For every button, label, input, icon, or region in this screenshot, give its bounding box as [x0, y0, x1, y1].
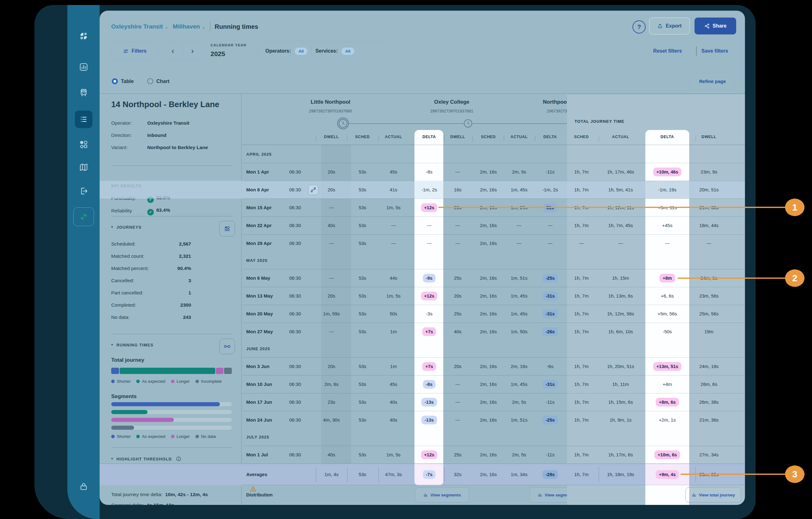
table-row[interactable]: Mon 22 Apr06:3040s53s---------2m, 16s---…	[99, 217, 745, 234]
table-row[interactable]: Mon 1 Apr06:3020s53s45s-8s---2m, 16s2m, …	[99, 163, 745, 181]
filters-links-divider	[696, 46, 697, 56]
table-row[interactable]: Mon 10 Jun06:302m, 6s53s45s-8s---2m, 16s…	[99, 375, 745, 393]
sidebar-item-logout[interactable]	[79, 186, 88, 196]
row-time: 06:30	[280, 411, 311, 429]
delta-chip-steel: -29s	[542, 470, 558, 479]
delta-chip-pink: +12s	[421, 203, 438, 212]
main-content: Oxleyshire Transit⌄ Millhaven⌄ Running t…	[99, 11, 745, 505]
column-header-dwell[interactable]: DWELL	[689, 135, 729, 139]
table-cell: 1h, 7m	[559, 323, 603, 341]
breadcrumb-operator[interactable]: Oxleyshire Transit⌄	[111, 23, 168, 30]
prev-period-button[interactable]: ‹	[163, 42, 183, 60]
calendar-year-label: CALENDAR YEAR	[210, 43, 246, 47]
table-cell: +4m	[645, 375, 689, 393]
table-row[interactable]: Mon 8 Apr06:3020s53s41s-1m, 2s16s2m, 16s…	[99, 181, 745, 199]
table-row[interactable]: Mon 20 May06:301m, 59s53s50s-3s25s2m, 16…	[99, 305, 745, 323]
column-header-delta[interactable]: DELTA	[647, 135, 688, 139]
header-tick	[472, 135, 473, 141]
delta-chip-pink: +9m, 4s	[656, 470, 679, 479]
legend-item: As expected	[136, 434, 165, 439]
breadcrumb-area[interactable]: Millhaven⌄	[173, 23, 205, 30]
row-time: 06:30	[280, 446, 311, 464]
table-cell: 1h, 17m, 6s	[599, 446, 642, 464]
sidebar-app-shortcut[interactable]	[73, 207, 94, 226]
table-cell: 20m, 51s	[687, 181, 731, 199]
segments-link-button[interactable]	[219, 339, 235, 354]
table-cell: ---	[687, 234, 731, 252]
stop-name-1: Little Northpool	[280, 99, 381, 105]
sidebar-item-running-times-active[interactable]	[75, 111, 92, 128]
delta-chip-pink: +10m, 6s	[655, 451, 680, 459]
header-tick	[695, 135, 696, 141]
help-button[interactable]: ?	[633, 20, 646, 33]
route-timeline	[348, 123, 567, 124]
column-header-actual[interactable]: ACTUAL	[373, 135, 414, 139]
table-row[interactable]: Mon 13 May06:3020s53s1m, 5s+12s20s2m, 16…	[99, 287, 745, 305]
column-header-sched[interactable]: SCHED	[561, 135, 602, 139]
save-filters-link[interactable]: Save filters	[701, 48, 728, 54]
calendar-year-value[interactable]: 2025	[210, 50, 225, 58]
radio-table[interactable]: Table	[112, 78, 134, 84]
table-section-label: JULY 2025	[246, 429, 269, 446]
row-date: Mon 3 Jun	[246, 357, 269, 375]
row-time: 06:30	[280, 217, 311, 234]
delta-chip-peri: -13s	[422, 416, 437, 425]
export-button[interactable]: Export	[649, 18, 690, 34]
row-date: Mon 8 Apr	[246, 181, 269, 199]
row-date: Mon 13 May	[246, 287, 273, 305]
header-tick	[316, 135, 316, 141]
operators-services-filter[interactable]: Operators: All Services: All	[258, 41, 389, 61]
view-button[interactable]: View segments	[529, 487, 567, 502]
table-row[interactable]: Mon 6 May06:30---53s44s-9s25s2m, 16s1m, …	[99, 269, 745, 287]
row-date: Mon 17 Jun	[246, 393, 272, 411]
screenshot-canvas: Oxleyshire Transit⌄ Millhaven⌄ Running t…	[0, 0, 812, 519]
total-journey-time-label: TOTAL JOURNEY TIME	[575, 119, 625, 124]
share-button[interactable]: Share	[695, 18, 736, 34]
table-row[interactable]: Mon 3 Jun06:3020s53s1m+7s20s2m, 16s2m, 1…	[99, 357, 745, 375]
table-cell: +8m, 6s	[645, 393, 689, 411]
radio-chart[interactable]: Chart	[147, 78, 170, 84]
services-all-pill[interactable]: All	[342, 48, 354, 55]
stop-id-2: 2967392739701937681	[402, 109, 502, 113]
table-cell: 1h, 7m	[559, 393, 603, 411]
table-cell: 1h, 20m, 51s	[599, 357, 642, 375]
radio-unselected-icon	[147, 78, 153, 84]
table-row[interactable]: Mon 24 Jun06:304m, 30s53s40s-13s---2m, 1…	[99, 411, 745, 429]
chevron-down-icon: ⌄	[165, 24, 169, 29]
column-header-actual[interactable]: ACTUAL	[600, 135, 641, 139]
stop-id-3: 2967392739	[547, 109, 567, 113]
table-row[interactable]: Mon 27 May06:30---53s1m+7s40s2m, 16s1m, …	[99, 323, 745, 341]
running-times-heading[interactable]: ▾RUNNING TIMES	[111, 343, 153, 347]
sidebar-item-segments[interactable]	[79, 140, 88, 149]
lock-icon[interactable]	[79, 482, 88, 491]
sidebar-item-map[interactable]	[79, 163, 88, 172]
sidebar-item-vehicles[interactable]	[79, 88, 88, 97]
view-button[interactable]: View segments	[415, 487, 469, 502]
table-row[interactable]: Mon 1 Jul06:3040s53s1m, 5s+12s25s2m, 16s…	[99, 446, 745, 464]
table-row[interactable]: Mon 17 Jun06:3023s53s40s-13s---2m, 16s2m…	[99, 393, 745, 411]
table-cell: 1h, 5m, 41s	[599, 181, 642, 199]
table-cell: 1h, 7m	[559, 287, 603, 305]
filters-icon	[123, 48, 129, 54]
next-period-button[interactable]: ›	[183, 42, 202, 60]
table-cell: +10m, 46s	[645, 163, 689, 181]
table-cell: 18m, 44s	[687, 217, 731, 234]
table-row[interactable]: Mon 29 Apr06:30---53s---------2m, 16s---…	[99, 234, 745, 252]
refine-page-button[interactable]: Refine page	[690, 73, 735, 90]
mini-chart-icon	[423, 493, 428, 497]
row-time: 06:30	[280, 163, 311, 181]
delta-chip-pink: +13m, 51s	[653, 362, 682, 371]
reset-filters-link[interactable]: Reset filters	[653, 48, 682, 54]
table-cell: 26m, 6s	[687, 375, 731, 393]
filter-divider	[311, 46, 312, 56]
row-time: 06:30	[280, 305, 311, 323]
legend-item: Shorter	[111, 434, 130, 439]
table-cell: -1m, 19s	[645, 181, 689, 199]
operators-all-pill[interactable]: All	[295, 48, 308, 55]
row-time: 06:30	[280, 199, 311, 217]
row-date: Mon 20 May	[246, 305, 273, 323]
sidebar-item-dashboard[interactable]	[79, 62, 88, 72]
filters-button[interactable]: Filters	[111, 42, 158, 60]
table-cell: 1h, 7m	[559, 217, 603, 234]
view-button[interactable]: View total journey	[686, 487, 741, 502]
